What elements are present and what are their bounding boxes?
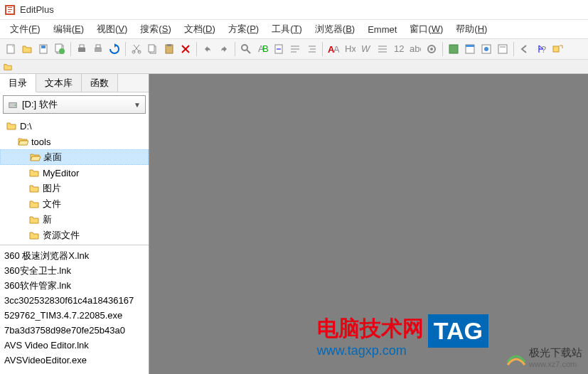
watermark-tagxp: 电脑技术网 www.tagxp.com TAG <box>317 314 488 358</box>
print-icon[interactable] <box>74 41 90 57</box>
paste-icon[interactable] <box>161 41 177 57</box>
tree-item-label: 资源文件 <box>43 229 80 242</box>
folder-open-icon <box>29 151 41 163</box>
watermark-text1: 电脑技术网 <box>317 314 424 343</box>
redo-icon[interactable] <box>216 41 232 57</box>
tree-item[interactable]: 资源文件 <box>0 228 149 243</box>
svg-text:A: A <box>333 44 339 55</box>
cut-icon[interactable] <box>129 41 144 57</box>
menu-window[interactable]: 窗口(W) <box>404 21 449 38</box>
reload-icon[interactable] <box>107 41 122 57</box>
tree-item-label: 文件 <box>43 198 61 210</box>
drive-tab-icon[interactable] <box>3 62 13 72</box>
tree-item[interactable]: MyEditor <box>0 165 149 181</box>
web-icon[interactable]: W <box>358 41 374 57</box>
svg-rect-13 <box>95 48 102 52</box>
print-preview-icon[interactable] <box>90 41 106 57</box>
undo-icon[interactable] <box>200 41 215 57</box>
file-item[interactable]: AVSVideoEditor.exe <box>3 353 146 368</box>
tree-item[interactable]: 文件 <box>0 196 149 212</box>
folder-icon <box>28 183 40 194</box>
wordwrap-icon[interactable] <box>287 41 303 57</box>
file-item[interactable]: 3cc302532830f61c4a18436167 <box>3 293 146 308</box>
save-all-icon[interactable] <box>52 41 68 57</box>
svg-rect-47 <box>449 45 458 53</box>
tree-item[interactable]: D:\ <box>0 118 149 134</box>
menu-view[interactable]: 视图(V) <box>91 21 133 38</box>
svg-rect-22 <box>167 44 171 46</box>
replace-icon[interactable]: AB <box>255 41 270 57</box>
svg-text:Hx: Hx <box>345 43 356 54</box>
column-icon[interactable]: abc <box>407 41 423 57</box>
tab-directory[interactable]: 目录 <box>0 74 36 92</box>
menu-project[interactable]: 方案(P) <box>223 21 264 38</box>
open-icon[interactable] <box>19 41 35 57</box>
launch-icon[interactable] <box>550 41 565 57</box>
line-icon[interactable] <box>375 41 390 57</box>
tree-item[interactable]: 图片 <box>0 181 149 196</box>
file-item[interactable]: 360安全卫士.lnk <box>3 263 146 278</box>
font-icon[interactable]: AA <box>326 41 341 57</box>
menu-file[interactable]: 文件(F) <box>4 21 46 38</box>
new-icon[interactable] <box>3 41 18 57</box>
tab-functions[interactable]: 函数 <box>82 74 118 92</box>
svg-text:abc: abc <box>410 43 421 54</box>
save-icon[interactable] <box>36 41 51 57</box>
svg-rect-2 <box>8 7 12 8</box>
app-icon <box>4 4 16 16</box>
menu-browser[interactable]: 浏览器(B) <box>309 21 360 38</box>
prev-icon[interactable] <box>517 41 533 57</box>
file-item[interactable]: 360 极速浏览器X.lnk <box>3 248 146 263</box>
settings-icon[interactable] <box>424 41 439 57</box>
svg-line-26 <box>247 50 250 53</box>
svg-text:W: W <box>361 43 371 54</box>
copy-icon[interactable] <box>145 41 161 57</box>
svg-rect-4 <box>8 11 11 12</box>
file-item[interactable]: 529762_TIM3.4.7.22085.exe <box>3 308 146 323</box>
editor-area: 电脑技术网 www.tagxp.com TAG 极光下载站 www.xz7.co… <box>149 74 588 374</box>
delete-icon[interactable] <box>178 41 193 57</box>
drive-select[interactable]: [D:] 软件 ▼ <box>3 95 146 114</box>
menu-help[interactable]: 帮助(H) <box>450 21 493 38</box>
svg-text:B: B <box>262 43 268 54</box>
template-icon[interactable] <box>462 41 478 57</box>
hex-icon[interactable]: Hx <box>342 41 358 57</box>
sidebar-tabs: 目录 文本库 函数 <box>0 74 149 92</box>
svg-rect-52 <box>498 45 507 53</box>
menu-edit[interactable]: 编辑(E) <box>48 21 90 38</box>
find-icon[interactable] <box>238 41 254 57</box>
ruler-icon[interactable]: 123 <box>391 41 407 57</box>
file-item[interactable]: 7ba3d3758d98e70fe25b43a0 <box>3 323 146 338</box>
svg-rect-20 <box>149 45 154 52</box>
menu-emmet[interactable]: Emmet <box>362 22 402 37</box>
goto-icon[interactable] <box>271 41 287 57</box>
svg-point-10 <box>59 48 65 54</box>
preview-icon[interactable] <box>495 41 511 57</box>
tab-cliptext[interactable]: 文本库 <box>36 74 82 92</box>
file-item[interactable]: AVS Video Editor.lnk <box>3 338 146 353</box>
watermark-text2: 极光下载站 <box>529 346 582 360</box>
content: 目录 文本库 函数 [D:] 软件 ▼ D:\tools桌面MyEditor图片… <box>0 74 588 374</box>
indent-icon[interactable] <box>304 41 319 57</box>
tree-item-label: D:\ <box>20 121 32 132</box>
help-icon[interactable]: ? <box>533 41 549 57</box>
file-item[interactable]: 360软件管家.lnk <box>3 278 146 293</box>
spellcheck-icon[interactable] <box>446 41 461 57</box>
browser-icon[interactable] <box>479 41 494 57</box>
file-list: 360 极速浏览器X.lnk360安全卫士.lnk360软件管家.lnk3cc3… <box>0 245 149 374</box>
menu-document[interactable]: 文档(D) <box>178 21 221 38</box>
menu-search[interactable]: 搜索(S) <box>134 21 176 38</box>
watermark-tag: TAG <box>428 314 488 348</box>
watermark-url2: www.xz7.com <box>529 360 582 368</box>
menu-tools[interactable]: 工具(T) <box>266 21 308 38</box>
tree-item[interactable]: tools <box>0 134 149 149</box>
svg-rect-11 <box>78 48 85 52</box>
watermark-xz7: 极光下载站 www.xz7.com <box>506 346 582 368</box>
tree-item[interactable]: 新 <box>0 212 149 228</box>
chevron-down-icon: ▼ <box>134 101 141 109</box>
watermark-url1: www.tagxp.com <box>317 343 424 358</box>
folder-icon <box>28 230 40 241</box>
menubar: 文件(F) 编辑(E) 视图(V) 搜索(S) 文档(D) 方案(P) 工具(T… <box>0 20 588 38</box>
tree-item[interactable]: 桌面 <box>0 149 149 165</box>
drive-select-text: [D:] 软件 <box>22 98 134 111</box>
